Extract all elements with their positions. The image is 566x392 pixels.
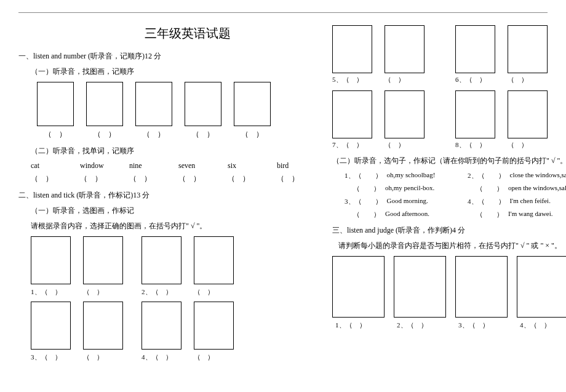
image-box <box>31 236 71 284</box>
pair-block <box>332 25 424 73</box>
right-box-grid: 5、（ ） （ ） 6、（ ） （ ） <box>332 25 566 150</box>
word-item: window <box>80 161 111 170</box>
sentence-pair: （ ） Good afternoon. <box>345 210 468 219</box>
paren-blank: （ ） <box>277 174 308 184</box>
section1-sub1: （一）听录音，找图画，记顺序 <box>31 66 308 77</box>
sentence-pair: （ ） open the windows,sally. <box>468 184 566 193</box>
image-box <box>394 256 446 318</box>
label: （ ） <box>83 353 123 362</box>
label: （ ） <box>385 75 424 84</box>
right-row1 <box>332 25 566 73</box>
sentence-num: 3、（ ） <box>345 197 382 206</box>
paren-blank: （ ） <box>129 174 160 184</box>
right-labels2: 7、（ ） （ ） 8、（ ） （ ） <box>332 140 566 150</box>
image-box <box>31 302 71 350</box>
image-box <box>185 82 221 126</box>
section2-sub1: （一）听录音，选图画，作标记 <box>31 206 308 216</box>
sentence-pair: （ ） I'm wang dawei. <box>468 210 566 219</box>
paren-blank: （ ） <box>228 174 258 184</box>
judge-boxes <box>332 256 566 318</box>
label-pair: 8、（ ） （ ） <box>455 140 548 150</box>
top-divider <box>18 12 548 13</box>
image-box <box>142 236 181 284</box>
sentence-text: close the windows,sally. <box>510 171 567 180</box>
sentence-pair: 4、（ ） I'm chen feifei. <box>468 197 566 206</box>
pair-block <box>455 25 548 73</box>
word-paren-row: （ ） （ ） （ ） （ ） （ ） （ ） <box>31 174 308 184</box>
right-labels1: 5、（ ） （ ） 6、（ ） （ ） <box>332 75 566 84</box>
pair-block <box>142 236 234 284</box>
label-pair: 1、（ ） （ ） <box>31 287 123 297</box>
sentence-row1: 1、（ ） oh,my schoolbag! 2、（ ） close the w… <box>345 171 566 180</box>
image-box <box>508 90 548 138</box>
left-column: 三年级英语试题 一、listen and number (听录音，记顺序)12 … <box>18 25 308 367</box>
label-pair: 7、（ ） （ ） <box>332 140 424 150</box>
label: （ ） <box>508 140 548 150</box>
image-box <box>332 90 372 138</box>
image-box <box>332 25 372 73</box>
label: 2、（ ） <box>394 321 446 330</box>
sentence-num: 1、（ ） <box>345 171 382 180</box>
image-box <box>508 25 548 73</box>
paren-blank: （ ） <box>178 174 209 184</box>
sentence-text: I'm wang dawei. <box>508 210 553 219</box>
page-columns: 三年级英语试题 一、listen and number (听录音，记顺序)12 … <box>18 25 548 367</box>
sentence-row2b: （ ） Good afternoon. （ ） I'm wang dawei. <box>345 210 566 219</box>
right-column: 5、（ ） （ ） 6、（ ） （ ） <box>332 25 566 367</box>
label: 3、（ ） <box>455 321 508 330</box>
label: （ ） <box>385 140 424 150</box>
image-box <box>194 236 234 284</box>
paren-blank: （ ） <box>37 129 74 140</box>
label: 4、（ ） <box>517 321 566 330</box>
label-pair: 2、（ ） （ ） <box>142 287 234 297</box>
label: 2、（ ） <box>142 287 181 297</box>
right-row2 <box>332 90 566 138</box>
image-box <box>37 82 74 126</box>
section3-instruction: 请判断每小题的录音内容是否与图片相符，在括号内打" √ " 或 " × "。 <box>338 241 566 251</box>
image-box <box>83 302 123 350</box>
image-box <box>194 302 234 350</box>
image-box <box>86 82 123 126</box>
section2-head: 二、listen and tick (听录音，作标记)13 分 <box>18 190 308 201</box>
pair-block <box>142 302 234 350</box>
paren-blank: （ ） <box>80 174 111 184</box>
label: 3、（ ） <box>31 353 71 362</box>
section2-labels1: 1、（ ） （ ） 2、（ ） （ ） <box>31 287 308 297</box>
label: 7、（ ） <box>332 140 372 150</box>
label: 1、（ ） <box>31 287 71 297</box>
sentence-pair: 1、（ ） oh,my schoolbag! <box>345 171 468 180</box>
judge-labels: 1、（ ） 2、（ ） 3、（ ） 4、（ ） <box>332 321 566 330</box>
sentence-text: open the windows,sally. <box>508 184 566 193</box>
label-pair: 4、（ ） （ ） <box>142 353 234 362</box>
sentence-text: Good afternoon. <box>385 210 429 219</box>
sentence-text: I'm chen feifei. <box>510 197 551 206</box>
sentence-text: oh,my schoolbag! <box>387 171 436 180</box>
label: 4、（ ） <box>142 353 181 362</box>
image-box <box>517 256 566 318</box>
sentence-text: Good morning. <box>387 197 428 206</box>
paren-blank: （ ） <box>135 129 172 140</box>
sentence-paren: （ ） <box>476 184 503 193</box>
pair-block <box>332 90 424 138</box>
section1-parens: （ ） （ ） （ ） （ ） （ ） <box>37 129 308 140</box>
section2-labels2: 3、（ ） （ ） 4、（ ） （ ） <box>31 353 308 362</box>
sentence-num: 4、（ ） <box>468 197 505 206</box>
section1-boxes <box>37 82 308 126</box>
pair-block <box>31 302 123 350</box>
image-box <box>332 256 385 318</box>
section2-row2 <box>31 302 308 350</box>
section1-head: 一、listen and number (听录音，记顺序)12 分 <box>18 51 308 62</box>
sentence-row2: 3、（ ） Good morning. 4、（ ） I'm chen feife… <box>345 197 566 206</box>
sentence-pair: （ ） oh,my pencil-box. <box>345 184 468 193</box>
section2-instruction: 请根据录音内容，选择正确的图画，在括号内打" √ "。 <box>31 221 308 231</box>
paren-blank: （ ） <box>31 174 62 184</box>
word-row: cat window nine seven six bird <box>31 161 308 170</box>
section1-sub2: （二）听录音，找单词，记顺序 <box>31 146 308 156</box>
image-box <box>135 82 172 126</box>
word-item: six <box>228 161 258 170</box>
image-box <box>455 90 495 138</box>
label: （ ） <box>194 353 234 362</box>
sentence-num: 2、（ ） <box>468 171 505 180</box>
section2-row1 <box>31 236 308 284</box>
sentence-text: oh,my pencil-box. <box>385 184 434 193</box>
